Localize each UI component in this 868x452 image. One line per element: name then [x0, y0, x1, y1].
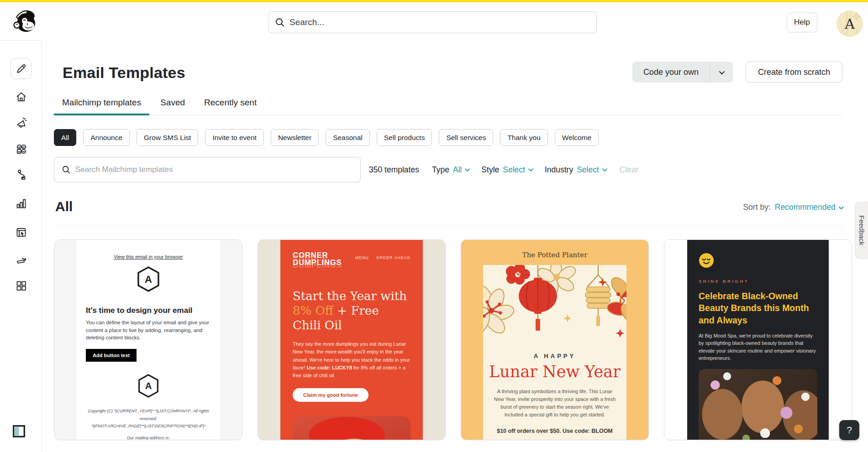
- preview-body: They say the more dumplings you eat duri…: [293, 340, 410, 379]
- tab-saved[interactable]: Saved: [152, 91, 193, 115]
- category-chips: All Announce Grow SMS List Invite to eve…: [54, 129, 842, 146]
- chip-sell-services[interactable]: Sell services: [439, 129, 493, 146]
- preview-heading: Lunar New Year: [483, 363, 626, 381]
- chip-seasonal[interactable]: Seasonal: [326, 129, 370, 146]
- preview-kicker: A HAPPY: [483, 348, 626, 359]
- template-card-potted-planter[interactable]: The Potted Planter: [461, 239, 649, 440]
- template-tabs: Mailchimp templates Saved Recently sent: [54, 91, 842, 115]
- style-filter-dropdown[interactable]: Select: [503, 165, 532, 175]
- sidebar-item-analytics[interactable]: [11, 193, 32, 214]
- preview-promo: $10 off orders over $50. Use code: BLOOM: [483, 428, 626, 434]
- preview-button: Claim my good fortune: [293, 388, 368, 402]
- audience-icon: [15, 143, 27, 155]
- sidebar-item-content[interactable]: [11, 249, 32, 270]
- sort-by-label: Sort by:: [743, 203, 770, 212]
- preview-kicker: SHINE BRIGHT: [699, 279, 817, 284]
- sidebar-item-campaigns[interactable]: [11, 112, 32, 133]
- left-sidebar: [0, 40, 42, 452]
- industry-filter-dropdown[interactable]: Select: [577, 165, 606, 175]
- chevron-down-icon: [839, 204, 844, 209]
- preview-body: At Big Mood Spa, we're proud to celebrat…: [699, 332, 817, 362]
- account-avatar[interactable]: A: [836, 10, 863, 37]
- template-card-corner-dumplings[interactable]: CORNER DUMPLINGS MENUORDER AHEAD Start t…: [258, 239, 446, 440]
- avatar-initial: A: [845, 16, 855, 32]
- mailchimp-templates-page: Help A: [0, 0, 868, 452]
- freddie-icon: [11, 6, 40, 35]
- industry-filter-label: Industry: [545, 165, 573, 175]
- preview-body: You can define the layout of your email …: [86, 319, 211, 342]
- sidebar-item-integrations[interactable]: [11, 275, 32, 296]
- collapse-sidebar-button[interactable]: [13, 425, 25, 437]
- type-filter-label: Type: [432, 165, 449, 175]
- template-card-grid: View this email in your browser A It's t…: [54, 239, 842, 440]
- home-icon: [15, 91, 27, 103]
- feedback-tab[interactable]: Feedback: [855, 202, 868, 259]
- type-filter-dropdown[interactable]: All: [453, 165, 468, 175]
- tab-recently-sent[interactable]: Recently sent: [196, 91, 265, 115]
- view-in-browser-link: View this email in your browser: [86, 254, 211, 260]
- search-icon: [275, 17, 285, 27]
- email-preview: The Potted Planter: [461, 240, 648, 440]
- chip-all[interactable]: All: [54, 129, 76, 146]
- chip-thank-you[interactable]: Thank you: [500, 129, 547, 146]
- pencil-icon: [15, 62, 27, 75]
- section-divider: [54, 225, 842, 226]
- sidebar-item-create[interactable]: [11, 58, 32, 79]
- page-title: Email Templates: [63, 64, 185, 82]
- filter-row: 350 templates Type All Style Select Indu…: [54, 157, 842, 182]
- preview-body: A thriving plant symbolizes a thriving l…: [493, 388, 616, 419]
- template-card-basic[interactable]: View this email in your browser A It's t…: [54, 239, 242, 440]
- preview-photo: [293, 416, 410, 440]
- svg-text:A: A: [145, 274, 152, 285]
- template-search-input[interactable]: [75, 165, 353, 174]
- automations-icon: [15, 169, 27, 181]
- preview-photo: [699, 369, 817, 440]
- chevron-down-icon: [602, 166, 607, 171]
- chevron-down-icon: [465, 166, 470, 171]
- code-your-own-label: Code your own: [632, 62, 710, 83]
- clear-filters-button[interactable]: Clear: [620, 165, 639, 175]
- email-preview: SHINE BRIGHT Celebrate Black-Owned Beaut…: [664, 240, 852, 440]
- style-filter-label: Style: [481, 165, 499, 175]
- chip-welcome[interactable]: Welcome: [555, 129, 599, 146]
- sidebar-item-home[interactable]: [11, 86, 32, 107]
- email-preview: CORNER DUMPLINGS MENUORDER AHEAD Start t…: [258, 240, 445, 440]
- content-stamp-icon: [15, 254, 27, 266]
- sidebar-item-audience[interactable]: [11, 138, 32, 159]
- global-search[interactable]: [268, 11, 597, 33]
- code-your-own-dropdown[interactable]: [710, 62, 733, 83]
- megaphone-icon: [15, 117, 27, 129]
- global-search-input[interactable]: [289, 17, 590, 27]
- create-from-scratch-button[interactable]: Create from scratch: [746, 62, 842, 83]
- lunar-new-year-illustration: [483, 265, 626, 346]
- section-heading: All: [55, 199, 73, 214]
- preview-nav: MENUORDER AHEAD: [355, 255, 410, 260]
- smiley-logo-icon: [699, 253, 714, 268]
- help-fab-button[interactable]: ?: [839, 420, 859, 440]
- mailchimp-logo[interactable]: [11, 6, 40, 35]
- sidebar-item-website[interactable]: [11, 222, 32, 243]
- chevron-down-icon: [719, 68, 725, 74]
- preview-footer: Copyright (C) *|CURRENT_YEAR|* *|LIST:CO…: [86, 407, 211, 440]
- brand-logo: The Potted Planter: [461, 240, 648, 259]
- chip-invite-to-event[interactable]: Invite to event: [205, 129, 264, 146]
- hexagon-logo-icon: A: [137, 374, 160, 398]
- svg-text:A: A: [145, 381, 152, 391]
- template-count: 350 templates: [369, 165, 419, 175]
- chip-announce[interactable]: Announce: [83, 129, 130, 146]
- sidebar-item-automations[interactable]: [11, 164, 32, 185]
- preview-heading: It's time to design your email: [86, 306, 211, 315]
- tab-mailchimp-templates[interactable]: Mailchimp templates: [54, 91, 149, 115]
- help-button[interactable]: Help: [787, 12, 817, 32]
- sort-dropdown[interactable]: Recommmended: [775, 203, 842, 212]
- chip-sell-products[interactable]: Sell products: [377, 129, 432, 146]
- search-icon: [62, 165, 71, 174]
- top-header: Help A: [0, 2, 868, 40]
- chip-newsletter[interactable]: Newsletter: [271, 129, 319, 146]
- code-your-own-button[interactable]: Code your own: [632, 62, 733, 83]
- preview-button: Add button text: [86, 349, 137, 362]
- chevron-down-icon: [528, 166, 533, 171]
- template-card-shine-bright[interactable]: SHINE BRIGHT Celebrate Black-Owned Beaut…: [664, 239, 852, 440]
- template-search[interactable]: [54, 157, 361, 182]
- chip-grow-sms-list[interactable]: Grow SMS List: [137, 129, 198, 146]
